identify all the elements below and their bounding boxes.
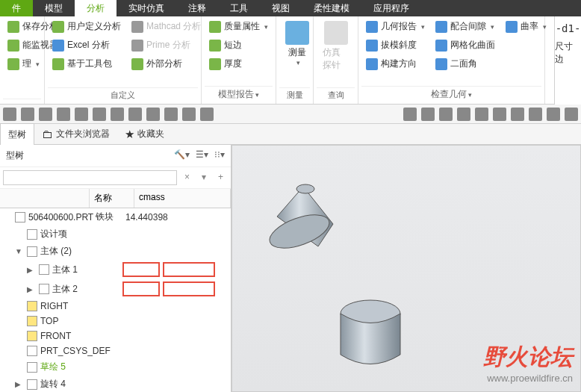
tree-row[interactable]: TOP xyxy=(0,314,231,329)
tree-tool-icon[interactable]: ☰▾ xyxy=(196,149,208,162)
node-label: RIGHT xyxy=(40,301,108,311)
qat-icon[interactable] xyxy=(475,108,488,121)
tree-tool-icon[interactable]: 🔨▾ xyxy=(174,149,190,162)
model-report-label: 模型报告▾ xyxy=(205,86,273,102)
qat-icon[interactable] xyxy=(57,108,70,121)
star-icon: ★ xyxy=(125,128,134,141)
tree-search-input[interactable] xyxy=(3,170,177,185)
clearance-button[interactable]: 配合间隙▾ xyxy=(431,18,500,35)
tool-pkg-button[interactable]: 基于工具包 xyxy=(48,55,125,72)
tree-row[interactable]: ▶主体 1 xyxy=(0,260,231,279)
qat-icon[interactable] xyxy=(511,108,524,121)
qat-icon[interactable] xyxy=(439,108,453,121)
cone-shape xyxy=(262,175,352,258)
qat-icon[interactable] xyxy=(403,108,417,121)
build-dir-button[interactable]: 构建方向 xyxy=(361,55,429,72)
tree-row[interactable]: 草绘 5 xyxy=(0,358,231,376)
qat-icon[interactable] xyxy=(182,108,196,121)
node-icon xyxy=(27,362,37,373)
qat-icon[interactable] xyxy=(128,108,142,121)
qat-icon[interactable] xyxy=(493,108,506,121)
viewport-3d[interactable]: 野火论坛 www.proewildfire.cn xyxy=(232,145,581,392)
tab-folder-browser[interactable]: 🗀文件夹浏览器 xyxy=(34,123,117,145)
tree-tool-icon[interactable]: ⁝⁝▾ xyxy=(214,149,225,162)
col-blank[interactable] xyxy=(0,189,90,208)
qat-icon[interactable] xyxy=(421,108,435,121)
qat-icon[interactable] xyxy=(39,108,52,121)
node-label: 主体 (2) xyxy=(40,245,108,258)
dihedral-button[interactable]: 二面角 xyxy=(431,55,500,72)
ribbon-side: -d1- 尺寸边 xyxy=(554,16,581,105)
panel-tabs: 型树 🗀文件夹浏览器 ★收藏夹 xyxy=(0,124,581,145)
qat-icon[interactable] xyxy=(164,108,178,121)
tab-2[interactable]: 分析 xyxy=(75,0,116,16)
qat-icon[interactable] xyxy=(93,108,106,121)
sim-probe-button: 仿真探针 xyxy=(317,18,355,87)
empty-cell-highlight xyxy=(163,281,215,296)
user-analysis-button[interactable]: 用户定义分析 xyxy=(48,18,125,35)
qat-icon[interactable] xyxy=(3,108,16,121)
col-name[interactable]: 名称 xyxy=(90,189,134,208)
d1-button[interactable]: -d1- xyxy=(556,22,581,34)
tree-row[interactable]: PRT_CSYS_DEF xyxy=(0,343,231,358)
tree-row[interactable]: FRONT xyxy=(0,329,231,343)
tree-row[interactable]: RIGHT xyxy=(0,299,231,314)
short-edge-button[interactable]: 短边 xyxy=(205,37,273,54)
node-name: 铁块 xyxy=(96,211,125,223)
tree-panel: 型树 🔨▾ ☰▾ ⁝⁝▾ × ▾ + 名称 cmass 506400600.PR… xyxy=(0,145,232,392)
qat-icon[interactable] xyxy=(111,108,124,121)
qat-icon[interactable] xyxy=(547,108,560,121)
qat-icon[interactable] xyxy=(529,108,542,121)
geom-report-button[interactable]: 几何报告▾ xyxy=(361,18,429,35)
qat-icon[interactable] xyxy=(457,108,470,121)
tab-8[interactable]: 应用程序 xyxy=(361,0,421,16)
tab-6[interactable]: 视图 xyxy=(260,0,302,16)
node-icon xyxy=(27,229,37,240)
tree-row[interactable]: ▼主体 (2) xyxy=(0,243,231,260)
external-analysis-button[interactable]: 外部分析 xyxy=(127,55,205,72)
expand-icon[interactable]: ▼ xyxy=(15,247,24,255)
node-label: 506400600.PRT xyxy=(28,212,96,223)
tab-3[interactable]: 实时仿真 xyxy=(116,0,176,16)
svg-point-0 xyxy=(296,184,314,193)
tab-model-tree[interactable]: 型树 xyxy=(0,123,34,146)
tab-7[interactable]: 柔性建模 xyxy=(302,0,361,16)
search-dropdown-icon[interactable]: ▾ xyxy=(197,170,211,185)
ribbon: 保存分析 能监视器 理▾ 用户定义分析 Excel 分析 基于工具包 Mathc… xyxy=(0,16,581,105)
tab-4[interactable]: 注释 xyxy=(176,0,218,16)
tab-5[interactable]: 工具 xyxy=(218,0,260,16)
node-label: 主体 2 xyxy=(52,283,119,296)
tree-row[interactable]: 设计项 xyxy=(0,225,231,243)
expand-icon[interactable]: ▶ xyxy=(27,266,36,274)
curvature-button[interactable]: 曲率▾ xyxy=(501,18,551,35)
node-icon xyxy=(27,301,37,311)
thickness-button[interactable]: 厚度 xyxy=(205,55,273,72)
node-label: PRT_CSYS_DEF xyxy=(40,346,108,356)
measure-button[interactable]: 测量▾ xyxy=(279,18,315,87)
tree-row[interactable]: 506400600.PRT铁块14.440398 xyxy=(0,208,231,225)
qat-icon[interactable] xyxy=(75,108,88,121)
expand-icon[interactable]: ▶ xyxy=(27,285,36,293)
qat-icon[interactable] xyxy=(200,108,214,121)
clear-search-icon[interactable]: × xyxy=(180,170,194,185)
qat-icon[interactable] xyxy=(565,108,578,121)
tab-0[interactable]: 件 xyxy=(0,0,33,16)
watermark: 野火论坛 www.proewildfire.cn xyxy=(483,342,573,384)
mesh-surface-button[interactable]: 网格化曲面 xyxy=(431,37,500,54)
qat-icon[interactable] xyxy=(21,108,34,121)
draft-button[interactable]: 拔模斜度 xyxy=(361,37,429,54)
tree-row[interactable]: ▶旋转 4 xyxy=(0,376,231,392)
cylinder-shape xyxy=(329,291,419,381)
tab-favorites[interactable]: ★收藏夹 xyxy=(117,123,172,146)
node-icon xyxy=(27,316,37,326)
tree-row[interactable]: ▶主体 2 xyxy=(0,279,231,299)
qat-icon[interactable] xyxy=(146,108,160,121)
node-label: TOP xyxy=(40,316,108,326)
col-cmass[interactable]: cmass xyxy=(134,189,231,208)
excel-analysis-button[interactable]: Excel 分析 xyxy=(48,37,125,54)
expand-icon[interactable]: ▶ xyxy=(15,380,24,388)
node-label: 主体 1 xyxy=(52,264,119,276)
add-column-icon[interactable]: + xyxy=(214,170,228,185)
tab-1[interactable]: 模型 xyxy=(33,0,75,16)
mass-prop-button[interactable]: 质量属性▾ xyxy=(205,18,273,35)
